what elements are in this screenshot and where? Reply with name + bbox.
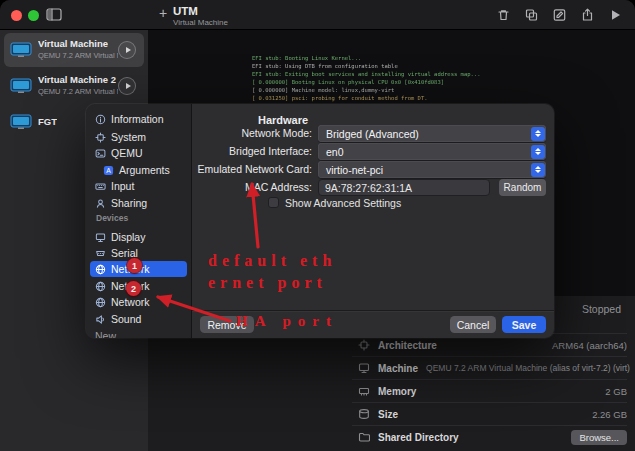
selected-value: Bridged (Advanced)	[326, 128, 419, 140]
network-mode-row: Network Mode: Bridged (Advanced)	[192, 125, 546, 142]
detail-label: Machine	[378, 363, 418, 374]
console-line: [ 0.000000] Machine model: linux,dummy-v…	[252, 86, 627, 94]
toggle-sidebar-icon[interactable]	[46, 8, 62, 22]
nav-item-information[interactable]: Information	[90, 111, 187, 127]
monitor-icon	[10, 114, 32, 130]
network-icon	[95, 264, 106, 275]
new-vm-button[interactable]: +	[156, 5, 170, 21]
bridged-interface-select[interactable]: en0	[318, 143, 546, 160]
dialog-nav: Information System QEMU A Arguments	[86, 104, 192, 338]
utm-window: EFI stub: Booting Linux Kernel... EFI st…	[0, 0, 635, 451]
nav-item-arguments[interactable]: A Arguments	[90, 162, 187, 178]
dialog-content: Hardware Network Mode: Bridged (Advanced…	[192, 104, 554, 338]
play-icon[interactable]	[608, 8, 623, 22]
nav-label: QEMU	[111, 147, 143, 159]
nav-item-new[interactable]: New...	[90, 328, 187, 338]
desktop-icon	[358, 362, 370, 374]
detail-row-memory: Memory 2 GB	[352, 379, 627, 402]
console-line: EFI stub: Exiting boot services and inst…	[252, 70, 627, 78]
cpu-icon	[95, 132, 106, 143]
console-line: [ 0.000000] Booting Linux on physical CP…	[252, 78, 627, 86]
detail-label: Memory	[378, 386, 416, 397]
nav-label: Information	[111, 113, 164, 125]
clone-icon[interactable]	[524, 8, 539, 22]
memory-icon	[358, 385, 370, 397]
toolbar	[496, 0, 623, 30]
vm-list-item[interactable]: Virtual Machine QEMU 7.2 ARM Virtual M..…	[4, 33, 144, 67]
nav-item-input[interactable]: Input	[90, 178, 187, 194]
console-line: EFI stub: Booting Linux Kernel...	[252, 54, 627, 62]
random-button[interactable]: Random	[499, 179, 546, 196]
detail-value: ARM64 (aarch64)	[552, 340, 627, 351]
network-icon	[95, 281, 106, 292]
play-icon	[126, 83, 131, 89]
terminal-icon	[95, 148, 106, 159]
vm-list-item[interactable]: Virtual Machine 2 QEMU 7.2 ARM Virtual M…	[4, 69, 144, 103]
chip-icon	[358, 339, 370, 351]
svg-text:A: A	[106, 166, 111, 173]
person-icon	[95, 198, 106, 209]
window-subtitle: Virtual Machine	[173, 18, 228, 27]
detail-label: Architecture	[378, 340, 437, 351]
nav-label: System	[111, 131, 146, 143]
vm-name: Virtual Machine 2	[38, 74, 116, 85]
emulated-network-card-select[interactable]: virtio-net-pci	[318, 161, 546, 178]
detail-row-machine: Machine QEMU 7.2 ARM Virtual Machine (al…	[352, 356, 627, 379]
settings-dialog: Information System QEMU A Arguments	[86, 104, 554, 338]
advanced-settings-row: Show Advanced Settings	[268, 196, 401, 209]
detail-label: Size	[378, 409, 398, 420]
vm-description: QEMU 7.2 ARM Virtual M...	[38, 51, 118, 60]
vm-name: Virtual Machine	[38, 38, 108, 49]
zoom-button[interactable]	[28, 10, 39, 21]
speaker-icon	[95, 314, 106, 325]
remove-button[interactable]: Remove	[200, 316, 254, 333]
console-line: [ 0.031250] psci: probing for conduit me…	[252, 94, 627, 102]
monitor-icon	[10, 78, 32, 94]
edit-icon[interactable]	[552, 8, 567, 22]
chevron-updown-icon	[531, 145, 545, 159]
monitor-icon	[10, 42, 32, 58]
chevron-updown-icon	[531, 127, 545, 141]
detail-value: QEMU 7.2 ARM Virtual Machine (alias of v…	[426, 363, 630, 373]
save-button[interactable]: Save	[502, 316, 546, 333]
vm-status: Stopped	[582, 303, 621, 315]
show-advanced-checkbox[interactable]	[268, 197, 279, 208]
nav-item-sound[interactable]: Sound	[90, 311, 187, 327]
nav-label: Network	[111, 296, 150, 308]
close-button[interactable]	[11, 10, 22, 21]
nav-label: Input	[111, 180, 134, 192]
nav-label: Display	[111, 231, 145, 243]
mac-address-input[interactable]	[318, 179, 490, 196]
detail-value: 2.26 GB	[592, 409, 627, 420]
detail-row-size: Size 2.26 GB	[352, 402, 627, 425]
nav-item-sharing[interactable]: Sharing	[90, 195, 187, 211]
nav-item-system[interactable]: System	[90, 129, 187, 145]
keyboard-icon	[95, 181, 106, 192]
share-icon[interactable]	[580, 8, 595, 22]
cancel-button[interactable]: Cancel	[450, 316, 496, 333]
selected-value: en0	[326, 146, 344, 158]
nav-label: Sound	[111, 313, 141, 325]
bridged-interface-label: Bridged Interface:	[192, 143, 312, 160]
vm-console-preview: EFI stub: Booting Linux Kernel... EFI st…	[252, 54, 627, 102]
nav-item-display[interactable]: Display	[90, 229, 187, 245]
window-title: UTM	[173, 5, 198, 17]
network-mode-select[interactable]: Bridged (Advanced)	[318, 125, 546, 142]
trash-icon[interactable]	[496, 8, 511, 22]
network-mode-label: Network Mode:	[192, 125, 312, 142]
nav-item-qemu[interactable]: QEMU	[90, 145, 187, 161]
vm-name: FGT	[38, 116, 57, 127]
annotation-badge-2: 2	[126, 281, 141, 296]
display-icon	[95, 232, 106, 243]
info-icon	[95, 114, 106, 125]
bridged-interface-row: Bridged Interface: en0	[192, 143, 546, 160]
browse-button[interactable]: Browse...	[571, 430, 627, 445]
serial-port-icon	[95, 248, 106, 259]
run-vm-button[interactable]	[118, 77, 136, 95]
chevron-updown-icon	[531, 163, 545, 177]
nav-item-network-3[interactable]: Network	[90, 294, 187, 310]
run-vm-button[interactable]	[118, 41, 136, 59]
devices-section-label: Devices	[96, 213, 128, 223]
drive-icon	[358, 408, 370, 420]
folder-icon	[358, 431, 370, 443]
